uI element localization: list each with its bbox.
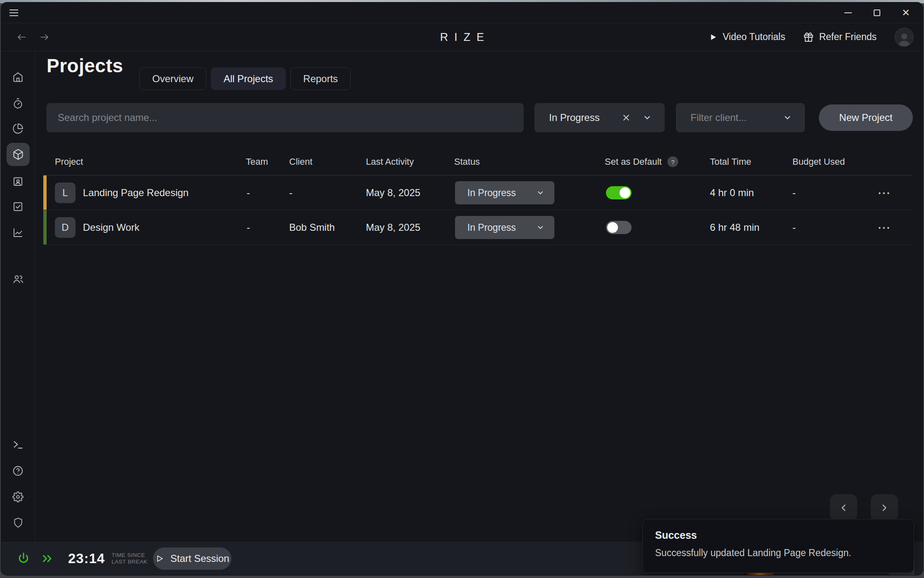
sidebar-item-settings[interactable]: [9, 488, 27, 506]
play-icon: [710, 33, 717, 41]
timer-icon: [12, 98, 24, 109]
refer-friends-link[interactable]: Refer Friends: [804, 31, 877, 43]
col-set-as-default: Set as Default?: [605, 156, 678, 168]
contact-card-icon: [12, 176, 24, 187]
client-filter-placeholder: Filter client...: [691, 112, 783, 123]
sidebar-item-reports[interactable]: [9, 119, 27, 137]
next-page-button[interactable]: [871, 494, 898, 521]
row-actions-icon[interactable]: ⋯: [877, 210, 891, 244]
set-default-toggle[interactable]: [606, 186, 632, 199]
last-activity-cell: May 8, 2025: [366, 175, 420, 210]
total-time-cell: 6 hr 48 min: [710, 210, 759, 244]
app-window: ✕ RIZE Video Tutorials Refer F: [1, 2, 923, 575]
project-initial-badge: D: [55, 217, 75, 238]
break-timer-label: TIME SINCE LAST BREAK: [111, 552, 147, 565]
maximize-button[interactable]: [863, 5, 891, 21]
client-filter-select[interactable]: Filter client...: [676, 103, 805, 132]
check-square-icon: [12, 201, 24, 212]
client-cell: -: [289, 175, 292, 210]
status-filter-value: In Progress: [549, 112, 618, 123]
prev-page-button[interactable]: [830, 494, 857, 521]
users-icon: [12, 273, 24, 285]
user-avatar[interactable]: [895, 28, 914, 47]
status-dropdown[interactable]: In Progress: [455, 181, 554, 204]
help-tooltip-icon[interactable]: ?: [667, 156, 678, 167]
app-header: RIZE Video Tutorials Refer Friends: [1, 23, 923, 51]
chevron-down-icon: [536, 189, 544, 197]
col-team: Team: [246, 156, 268, 167]
gift-icon: [804, 32, 813, 42]
video-tutorials-link[interactable]: Video Tutorials: [710, 31, 785, 43]
chevron-down-icon: [536, 223, 544, 232]
sidebar-item-clients[interactable]: [9, 172, 27, 190]
double-chevron-right-icon[interactable]: [41, 553, 55, 564]
team-cell: -: [247, 175, 250, 210]
sidebar: [1, 51, 35, 542]
toast-message: Successfully updated Landing Page Redesi…: [655, 547, 901, 559]
chevron-down-icon: [783, 113, 792, 122]
page-title: Projects: [47, 54, 123, 77]
pagination: [830, 494, 898, 521]
status-dropdown[interactable]: In Progress: [455, 216, 554, 239]
break-timer: 23:14: [68, 551, 105, 566]
budget-used-cell: -: [792, 210, 796, 244]
success-toast: Success Successfully updated Landing Pag…: [642, 519, 914, 573]
sidebar-item-privacy[interactable]: [9, 514, 27, 532]
sidebar-item-team[interactable]: [9, 270, 27, 288]
pie-chart-icon: [12, 123, 24, 134]
cube-icon: [12, 149, 24, 160]
hamburger-menu-icon[interactable]: [9, 5, 26, 20]
shield-icon: [13, 517, 24, 528]
gear-icon: [12, 491, 24, 502]
team-cell: -: [247, 210, 250, 244]
row-accent-bar: [43, 175, 47, 210]
sidebar-item-terminal[interactable]: [9, 436, 27, 454]
terminal-icon: [12, 439, 24, 450]
chevron-down-icon: [643, 113, 652, 122]
line-chart-icon: [12, 227, 24, 238]
nav-forward-icon[interactable]: [38, 32, 51, 42]
home-icon: [12, 71, 24, 83]
titlebar: ✕: [1, 2, 923, 23]
sidebar-item-timer[interactable]: [9, 94, 27, 112]
sidebar-item-projects[interactable]: [9, 145, 27, 163]
row-actions-icon[interactable]: ⋯: [877, 175, 891, 210]
power-icon[interactable]: [17, 552, 30, 565]
tab-reports[interactable]: Reports: [290, 67, 351, 90]
sidebar-item-analytics[interactable]: [9, 223, 27, 242]
search-box: [47, 103, 523, 132]
help-circle-icon: [12, 465, 24, 476]
col-project: Project: [55, 156, 83, 167]
play-outline-icon: [156, 554, 164, 563]
sidebar-item-tasks[interactable]: [9, 197, 27, 216]
new-project-button[interactable]: New Project: [819, 104, 913, 131]
tab-bar: Overview All Projects Reports: [139, 67, 351, 90]
tab-overview[interactable]: Overview: [139, 67, 206, 90]
status-filter-select[interactable]: In Progress: [535, 103, 665, 132]
content-area: Projects Overview All Projects Reports I…: [35, 51, 923, 542]
sidebar-item-home[interactable]: [9, 68, 27, 86]
close-button[interactable]: ✕: [891, 5, 920, 21]
total-time-cell: 4 hr 0 min: [710, 175, 754, 210]
table-row: D Design Work - Bob Smith May 8, 2025 In…: [43, 210, 913, 245]
toast-title: Success: [655, 529, 901, 541]
chevron-right-icon: [879, 502, 890, 513]
row-accent-bar: [43, 210, 47, 244]
chevron-left-icon: [838, 502, 849, 513]
col-total-time: Total Time: [710, 156, 751, 167]
client-cell: Bob Smith: [289, 210, 335, 244]
table-row: L Landing Page Redesign - - May 8, 2025 …: [43, 175, 913, 210]
rize-logo: RIZE: [434, 31, 490, 43]
project-name[interactable]: Design Work: [83, 210, 139, 244]
nav-back-icon[interactable]: [15, 32, 28, 42]
project-initial-badge: L: [55, 182, 75, 203]
minimize-button[interactable]: [834, 5, 863, 21]
tab-all-projects[interactable]: All Projects: [211, 67, 286, 90]
search-input[interactable]: [47, 112, 523, 123]
budget-used-cell: -: [792, 175, 796, 210]
project-name[interactable]: Landing Page Redesign: [83, 175, 189, 210]
sidebar-item-help[interactable]: [9, 462, 27, 480]
set-default-toggle[interactable]: [606, 221, 632, 234]
start-session-button[interactable]: Start Session: [153, 547, 231, 570]
clear-filter-icon[interactable]: [622, 114, 630, 122]
